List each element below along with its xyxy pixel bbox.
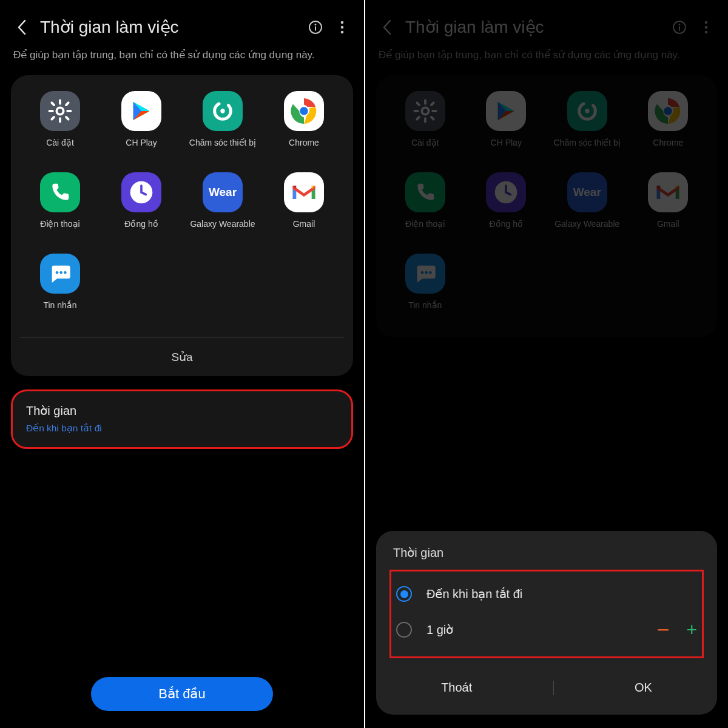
radio-option-until-off[interactable]: Đến khi bạn tắt đi xyxy=(396,578,697,610)
app-label: Chrome xyxy=(289,137,319,159)
svg-point-3 xyxy=(341,21,344,24)
svg-point-33 xyxy=(420,271,423,274)
chrome-icon xyxy=(648,91,688,131)
svg-point-6 xyxy=(56,107,63,114)
app-grid: Cài đặtCH PlayChăm sóc thiết bịChromeĐiệ… xyxy=(385,91,709,322)
info-icon xyxy=(671,19,688,36)
info-icon[interactable] xyxy=(307,19,324,36)
app-label: Tin nhắn xyxy=(43,300,76,322)
page-subtitle: Để giúp bạn tập trung, bạn chỉ có thể sử… xyxy=(11,48,353,75)
app-item[interactable]: Điện thoại xyxy=(19,172,101,240)
app-label: CH Play xyxy=(126,137,157,159)
svg-point-24 xyxy=(422,107,428,114)
app-item[interactable]: Chrome xyxy=(628,91,709,159)
play-icon xyxy=(486,91,526,131)
svg-rect-2 xyxy=(315,26,316,30)
header: Thời gian làm việc xyxy=(11,0,353,48)
radio-label: Đến khi bạn tắt đi xyxy=(426,587,697,601)
app-item[interactable]: CH Play xyxy=(101,91,182,159)
gmail-icon xyxy=(648,172,688,212)
minus-icon[interactable]: − xyxy=(656,619,669,641)
play-icon xyxy=(121,91,161,131)
chrome-icon xyxy=(284,91,324,131)
ok-button[interactable]: OK xyxy=(612,673,675,703)
clock-icon xyxy=(486,172,526,212)
app-label: Điện thoại xyxy=(405,218,445,240)
app-item[interactable]: Chrome xyxy=(263,91,345,159)
app-item[interactable]: Tin nhắn xyxy=(385,254,466,322)
settings-icon xyxy=(405,91,445,131)
back-icon[interactable] xyxy=(13,19,30,36)
app-label: Chăm sóc thiết bị xyxy=(554,137,621,159)
duration-stepper: − + xyxy=(656,619,697,641)
dialog-actions: Thoát OK xyxy=(389,667,704,706)
phone-icon xyxy=(405,172,445,212)
app-item[interactable]: Cài đặt xyxy=(19,91,101,159)
wear-icon: Wear xyxy=(567,172,607,212)
svg-point-16 xyxy=(59,271,62,274)
svg-point-8 xyxy=(220,109,224,113)
app-item[interactable]: Gmail xyxy=(263,172,345,240)
svg-point-1 xyxy=(315,24,317,25)
app-item[interactable]: Tin nhắn xyxy=(19,254,101,322)
svg-point-23 xyxy=(705,30,708,33)
devicecare-icon xyxy=(567,91,607,131)
start-button[interactable]: Bắt đầu xyxy=(91,677,273,711)
svg-point-5 xyxy=(341,30,344,33)
apps-card: Cài đặtCH PlayChăm sóc thiết bịChromeĐiệ… xyxy=(376,75,717,337)
right-panel: Thời gian làm việc Để giúp bạn tập trung… xyxy=(364,0,728,728)
svg-point-17 xyxy=(64,271,67,274)
radio-icon xyxy=(396,586,412,602)
page-title: Thời gian làm việc xyxy=(40,17,297,37)
app-item[interactable]: Chăm sóc thiết bị xyxy=(547,91,628,159)
clock-icon xyxy=(121,172,161,212)
messages-icon xyxy=(405,254,445,294)
gmail-icon xyxy=(284,172,324,212)
svg-point-19 xyxy=(679,24,681,25)
edit-button[interactable]: Sửa xyxy=(19,337,345,376)
radio-icon xyxy=(396,622,412,638)
phone-icon xyxy=(40,172,80,212)
devicecare-icon xyxy=(203,91,243,131)
svg-point-34 xyxy=(425,271,428,274)
time-card[interactable]: Thời gian Đến khi bạn tắt đi xyxy=(11,389,353,449)
svg-point-15 xyxy=(56,271,59,274)
radio-label: 1 giờ xyxy=(426,622,656,637)
app-item[interactable]: Cài đặt xyxy=(385,91,466,159)
left-panel: Thời gian làm việc Để giúp bạn tập trung… xyxy=(0,0,364,728)
app-item[interactable]: Gmail xyxy=(628,172,709,240)
app-item[interactable]: Chăm sóc thiết bị xyxy=(182,91,263,159)
dimmed-background: Thời gian làm việc Để giúp bạn tập trung… xyxy=(376,0,717,337)
apps-card: Cài đặtCH PlayChăm sóc thiết bịChromeĐiệ… xyxy=(11,75,353,376)
app-item[interactable]: Điện thoại xyxy=(385,172,466,240)
app-label: Đồng hồ xyxy=(124,218,158,240)
svg-point-35 xyxy=(429,271,432,274)
messages-icon xyxy=(40,254,80,294)
more-icon[interactable] xyxy=(334,19,351,36)
app-item[interactable]: WearGalaxy Wearable xyxy=(182,172,263,240)
svg-point-21 xyxy=(705,21,708,24)
separator xyxy=(553,681,554,695)
radio-option-duration[interactable]: 1 giờ − + xyxy=(396,610,697,649)
plus-icon[interactable]: + xyxy=(686,621,697,639)
svg-point-4 xyxy=(341,25,344,29)
app-label: Đồng hồ xyxy=(490,218,523,240)
app-item[interactable]: Đồng hồ xyxy=(466,172,547,240)
app-item[interactable]: CH Play xyxy=(466,91,547,159)
app-label: Tin nhắn xyxy=(408,300,442,322)
cancel-button[interactable]: Thoát xyxy=(419,673,494,703)
header: Thời gian làm việc xyxy=(376,0,717,48)
svg-point-26 xyxy=(585,109,589,113)
app-item[interactable]: Đồng hồ xyxy=(101,172,182,240)
app-label: Chrome xyxy=(653,137,683,159)
more-icon xyxy=(698,19,715,36)
app-item[interactable]: WearGalaxy Wearable xyxy=(547,172,628,240)
time-card-title: Thời gian xyxy=(26,403,338,418)
time-card-subtitle: Đến khi bạn tắt đi xyxy=(26,423,338,434)
app-label: Chăm sóc thiết bị xyxy=(189,137,256,159)
time-dialog: Thời gian Đến khi bạn tắt đi 1 giờ − + T… xyxy=(376,531,717,715)
app-label: Gmail xyxy=(657,218,679,240)
app-grid: Cài đặtCH PlayChăm sóc thiết bịChromeĐiệ… xyxy=(19,91,345,322)
app-label: Galaxy Wearable xyxy=(554,218,619,240)
app-label: CH Play xyxy=(491,137,522,159)
